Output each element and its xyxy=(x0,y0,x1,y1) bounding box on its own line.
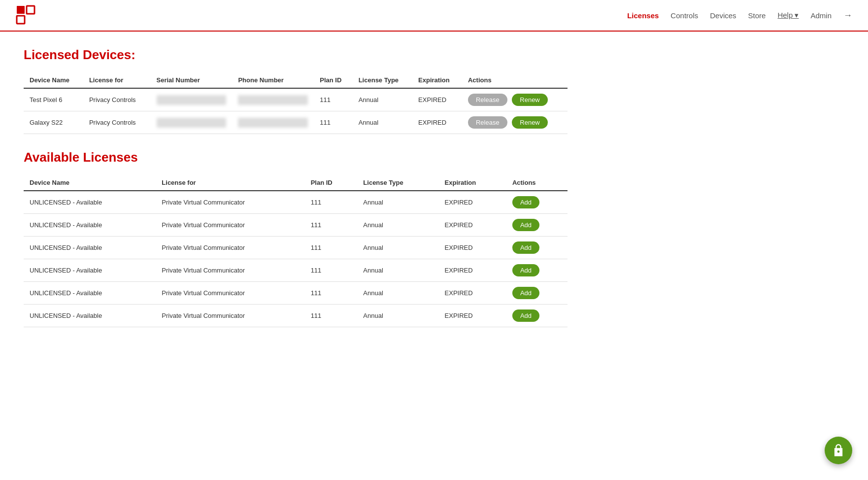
add-button[interactable]: Add xyxy=(512,219,539,231)
licensed-devices-title: Licensed Devices: xyxy=(24,47,568,63)
release-button[interactable]: Release xyxy=(468,116,507,129)
available-licenses-title: Available Licenses xyxy=(24,150,568,165)
nav-links: Licenses Controls Devices Store Help ▾ A… xyxy=(627,10,852,21)
ld-actions: Release Renew xyxy=(462,88,568,111)
add-button[interactable]: Add xyxy=(512,264,539,276)
svg-rect-0 xyxy=(17,6,25,14)
al-device-name: UNLICENSED - Available xyxy=(24,282,156,305)
al-license-for: Private Virtual Communicator xyxy=(156,305,304,327)
avail-col-plan-id: Plan ID xyxy=(305,175,358,191)
release-button[interactable]: Release xyxy=(468,94,507,106)
al-device-name: UNLICENSED - Available xyxy=(24,191,156,214)
al-expiration: EXPIRED xyxy=(439,305,506,327)
add-button[interactable]: Add xyxy=(512,287,539,299)
licensed-device-row: Galaxy S22 Privacy Controls 111 Annual E… xyxy=(24,111,568,134)
col-device-name: Device Name xyxy=(24,72,83,88)
add-button[interactable]: Add xyxy=(512,241,539,254)
avail-col-expiration: Expiration xyxy=(439,175,506,191)
al-actions: Add xyxy=(506,282,568,305)
al-actions: Add xyxy=(506,305,568,327)
main-content: Licensed Devices: Device Name License fo… xyxy=(0,32,591,359)
nav-devices[interactable]: Devices xyxy=(710,11,736,20)
col-actions: Actions xyxy=(462,72,568,88)
ld-device-name: Galaxy S22 xyxy=(24,111,83,134)
renew-button[interactable]: Renew xyxy=(512,116,547,129)
al-expiration: EXPIRED xyxy=(439,282,506,305)
nav-admin[interactable]: Admin xyxy=(810,11,832,20)
ld-phone-number xyxy=(232,88,314,111)
ld-serial-number xyxy=(151,88,233,111)
ld-license-type: Annual xyxy=(353,111,412,134)
svg-rect-1 xyxy=(27,6,34,14)
ld-device-name: Test Pixel 6 xyxy=(24,88,83,111)
al-expiration: EXPIRED xyxy=(439,191,506,214)
avail-col-actions: Actions xyxy=(506,175,568,191)
ld-expiration: EXPIRED xyxy=(412,111,462,134)
ld-license-for: Privacy Controls xyxy=(83,111,151,134)
nav-licenses[interactable]: Licenses xyxy=(627,11,659,20)
al-license-for: Private Virtual Communicator xyxy=(156,191,304,214)
available-licenses-table: Device Name License for Plan ID License … xyxy=(24,175,568,327)
ld-license-for: Privacy Controls xyxy=(83,88,151,111)
logout-icon[interactable]: → xyxy=(843,10,852,21)
al-license-for: Private Virtual Communicator xyxy=(156,214,304,237)
ld-phone-number xyxy=(232,111,314,134)
ld-plan-id: 111 xyxy=(314,88,352,111)
avail-col-license-type: License Type xyxy=(357,175,438,191)
available-license-row: UNLICENSED - Available Private Virtual C… xyxy=(24,214,568,237)
al-plan-id: 111 xyxy=(305,259,358,282)
logo[interactable] xyxy=(16,5,35,26)
available-license-row: UNLICENSED - Available Private Virtual C… xyxy=(24,191,568,214)
al-device-name: UNLICENSED - Available xyxy=(24,259,156,282)
ld-serial-number xyxy=(151,111,233,134)
ld-actions: Release Renew xyxy=(462,111,568,134)
al-license-type: Annual xyxy=(357,214,438,237)
al-plan-id: 111 xyxy=(305,305,358,327)
col-expiration: Expiration xyxy=(412,72,462,88)
al-license-for: Private Virtual Communicator xyxy=(156,237,304,259)
al-device-name: UNLICENSED - Available xyxy=(24,237,156,259)
col-phone-number: Phone Number xyxy=(232,72,314,88)
available-license-row: UNLICENSED - Available Private Virtual C… xyxy=(24,259,568,282)
available-license-row: UNLICENSED - Available Private Virtual C… xyxy=(24,282,568,305)
col-plan-id: Plan ID xyxy=(314,72,352,88)
add-button[interactable]: Add xyxy=(512,196,539,208)
al-license-for: Private Virtual Communicator xyxy=(156,282,304,305)
ld-plan-id: 111 xyxy=(314,111,352,134)
avail-col-device-name: Device Name xyxy=(24,175,156,191)
add-button[interactable]: Add xyxy=(512,309,539,322)
al-actions: Add xyxy=(506,237,568,259)
al-actions: Add xyxy=(506,191,568,214)
ld-license-type: Annual xyxy=(353,88,412,111)
al-device-name: UNLICENSED - Available xyxy=(24,214,156,237)
al-license-type: Annual xyxy=(357,191,438,214)
al-license-type: Annual xyxy=(357,259,438,282)
nav-controls[interactable]: Controls xyxy=(670,11,698,20)
al-actions: Add xyxy=(506,259,568,282)
al-actions: Add xyxy=(506,214,568,237)
al-plan-id: 111 xyxy=(305,282,358,305)
al-expiration: EXPIRED xyxy=(439,237,506,259)
al-plan-id: 111 xyxy=(305,191,358,214)
ld-expiration: EXPIRED xyxy=(412,88,462,111)
al-license-for: Private Virtual Communicator xyxy=(156,259,304,282)
al-expiration: EXPIRED xyxy=(439,214,506,237)
available-license-row: UNLICENSED - Available Private Virtual C… xyxy=(24,237,568,259)
renew-button[interactable]: Renew xyxy=(512,94,547,106)
al-device-name: UNLICENSED - Available xyxy=(24,305,156,327)
available-license-row: UNLICENSED - Available Private Virtual C… xyxy=(24,305,568,327)
svg-rect-2 xyxy=(17,16,25,24)
navbar: Licenses Controls Devices Store Help ▾ A… xyxy=(0,0,868,32)
col-license-type: License Type xyxy=(353,72,412,88)
licensed-device-row: Test Pixel 6 Privacy Controls 111 Annual… xyxy=(24,88,568,111)
al-license-type: Annual xyxy=(357,282,438,305)
col-license-for: License for xyxy=(83,72,151,88)
al-license-type: Annual xyxy=(357,237,438,259)
licensed-devices-table: Device Name License for Serial Number Ph… xyxy=(24,72,568,134)
al-plan-id: 111 xyxy=(305,214,358,237)
avail-col-license-for: License for xyxy=(156,175,304,191)
nav-help[interactable]: Help ▾ xyxy=(777,11,799,20)
al-plan-id: 111 xyxy=(305,237,358,259)
col-serial-number: Serial Number xyxy=(151,72,233,88)
nav-store[interactable]: Store xyxy=(748,11,766,20)
